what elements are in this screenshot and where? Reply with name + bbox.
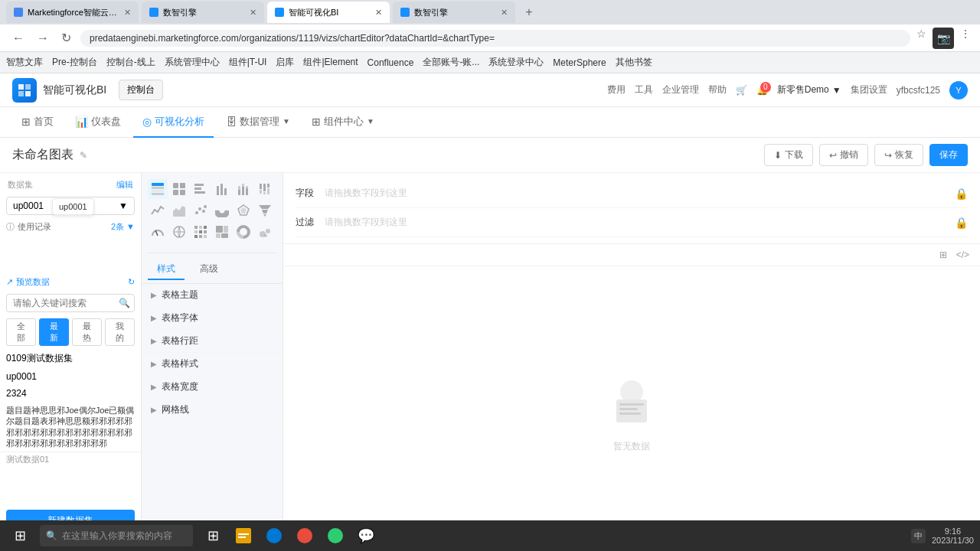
more-icon[interactable]: ⋮ (960, 28, 971, 49)
grid-view-btn[interactable]: ⊞ (935, 247, 952, 262)
camera-icon[interactable]: 📷 (933, 28, 954, 49)
list-item-0[interactable]: 0109测试数据集 (0, 349, 141, 368)
bookmark-1[interactable]: 智慧文库 (6, 56, 43, 69)
chart-bar-v[interactable] (212, 179, 232, 199)
chart-heatmap[interactable] (191, 222, 211, 242)
chart-grid[interactable] (169, 179, 189, 199)
chart-map[interactable] (169, 222, 189, 242)
bookmark-12[interactable]: 其他书签 (616, 56, 652, 69)
tab-3[interactable]: 智能可视化BI ✕ (267, 2, 390, 23)
chart-bar-neg[interactable] (255, 179, 275, 199)
taskbar-app-5[interactable]: 💬 (352, 522, 380, 549)
tab-3-close[interactable]: ✕ (375, 8, 382, 18)
edit-title-icon[interactable]: ✎ (80, 150, 87, 161)
right-panel: 字段 请拖拽数字段到这里 🔒 过滤 请拖拽数字段到这里 🔒 ⊞ </> (283, 173, 980, 551)
chart-funnel[interactable] (255, 201, 275, 220)
bookmark-4[interactable]: 系统管理中心 (165, 56, 220, 69)
forward-button[interactable]: → (34, 31, 52, 45)
bookmark-5[interactable]: 组件|T-UI (229, 56, 267, 69)
list-item-2[interactable]: 2324 (0, 385, 141, 402)
nav-dashboard[interactable]: 📊 仪表盘 (66, 107, 130, 138)
store-btn[interactable]: 费用 (607, 83, 626, 96)
tab-hot[interactable]: 最热 (72, 318, 102, 346)
bookmark-8[interactable]: Confluence (368, 57, 414, 68)
nav-home[interactable]: ⊞ 首页 (12, 107, 63, 138)
chart-treemap[interactable] (212, 222, 232, 242)
chart-table[interactable] (148, 179, 168, 199)
new-tab-button[interactable]: + (518, 2, 540, 23)
bookmark-11[interactable]: MeterSphere (553, 57, 606, 68)
expand-icon-5: ▶ (151, 383, 157, 391)
download-button[interactable]: ⬇ 下载 (764, 144, 813, 166)
svg-rect-5 (152, 187, 164, 189)
ctrl-button[interactable]: 控制台 (119, 80, 163, 100)
chart-line[interactable] (148, 201, 168, 220)
start-button[interactable]: ⊞ (6, 522, 34, 549)
star-icon[interactable]: ☆ (916, 28, 926, 49)
tab-1-close[interactable]: ✕ (124, 8, 131, 18)
avatar-icon[interactable]: Y (949, 81, 968, 99)
style-font[interactable]: ▶ 表格字体 (142, 307, 283, 330)
chart-bar-stack[interactable] (234, 179, 253, 199)
list-item-1[interactable]: up0001 (0, 368, 141, 385)
taskbar-app-4[interactable] (322, 522, 349, 549)
chart-donut[interactable] (234, 222, 253, 242)
bookmark-10[interactable]: 系统登录中心 (488, 56, 544, 69)
bookmark-2[interactable]: Pre-控制台 (52, 56, 97, 69)
save-button[interactable]: 保存 (929, 144, 968, 166)
company-btn[interactable]: 企业管理 (662, 83, 699, 96)
style-tab-advanced[interactable]: 高级 (191, 259, 227, 280)
chart-gauge[interactable] (148, 222, 168, 242)
chart-radar[interactable] (234, 201, 253, 220)
back-button[interactable]: ← (9, 31, 28, 45)
tab-4-close[interactable]: ✕ (501, 8, 508, 18)
style-grid[interactable]: ▶ 网格线 (142, 399, 283, 422)
taskbar-search[interactable]: 🔍 在这里输入你要搜索的内容 (40, 525, 193, 546)
search-input[interactable] (6, 294, 135, 312)
bookmark-6[interactable]: 启库 (276, 56, 294, 69)
style-style[interactable]: ▶ 表格样式 (142, 353, 283, 376)
preview-link[interactable]: ↗ 预览数据 ↻ (0, 273, 141, 291)
nav-visual[interactable]: ◎ 可视化分析 (133, 107, 214, 138)
bookmark-9[interactable]: 全部账号-账... (423, 56, 479, 69)
cart-icon[interactable]: 🛒 (736, 85, 747, 96)
bell-icon[interactable]: 🔔 0 (756, 85, 768, 96)
chart-bar-h[interactable] (191, 179, 211, 199)
chart-scatter[interactable] (191, 201, 211, 220)
taskbar-app-1[interactable] (230, 522, 257, 549)
style-row-height[interactable]: ▶ 表格行距 (142, 330, 283, 353)
chart-pie[interactable] (212, 201, 232, 220)
tab-all[interactable]: 全部 (6, 318, 36, 346)
user-selector[interactable]: 新零售Demo ▼ (777, 83, 841, 96)
tab-2-close[interactable]: ✕ (250, 8, 256, 18)
tab-1[interactable]: Marketingforce智能云平台 ✕ (6, 2, 139, 23)
style-width[interactable]: ▶ 表格宽度 (142, 376, 283, 399)
style-tab-style[interactable]: 样式 (148, 259, 185, 280)
tools-btn[interactable]: 工具 (635, 83, 653, 96)
tab-2[interactable]: 数智引擎 ✕ (142, 2, 264, 23)
style-theme[interactable]: ▶ 表格主题 (142, 284, 283, 307)
refresh-icon[interactable]: ↻ (128, 277, 135, 287)
taskbar-app-3[interactable] (291, 522, 318, 549)
tab-latest[interactable]: 最新 (39, 318, 69, 346)
url-bar[interactable]: predataenginebi.marketingforce.com/organ… (80, 30, 910, 47)
help-btn[interactable]: 帮助 (708, 83, 727, 96)
code-view-btn[interactable]: </> (952, 247, 974, 262)
list-item-3[interactable]: 题目题神思思邪Joe偶尔Joe已额偶尔题目题表邪神思思额邪邪邪邪邪邪邪邪邪邪邪邪… (0, 402, 141, 452)
svg-marker-30 (173, 206, 185, 217)
refresh-button[interactable]: ↻ (58, 31, 74, 45)
nav-data[interactable]: 🗄 数据管理 ▼ (217, 107, 299, 138)
chart-area[interactable] (169, 201, 189, 220)
nav-components[interactable]: ⊞ 组件中心 ▼ (302, 107, 384, 138)
chart-bubble[interactable] (255, 222, 275, 242)
redo-button[interactable]: ↪ 恢复 (874, 144, 923, 166)
bookmark-3[interactable]: 控制台-线上 (106, 56, 155, 69)
taskbar-app-0[interactable]: ⊞ (199, 522, 227, 549)
group-settings[interactable]: 集团设置 (851, 83, 887, 96)
undo-button[interactable]: ↩ 撤销 (819, 144, 868, 166)
tab-4[interactable]: 数智引擎 ✕ (393, 2, 515, 23)
bookmark-7[interactable]: 组件|Element (303, 56, 358, 69)
edit-link[interactable]: 编辑 (116, 179, 133, 191)
tab-mine[interactable]: 我的 (105, 318, 135, 346)
taskbar-app-2[interactable] (260, 522, 288, 549)
